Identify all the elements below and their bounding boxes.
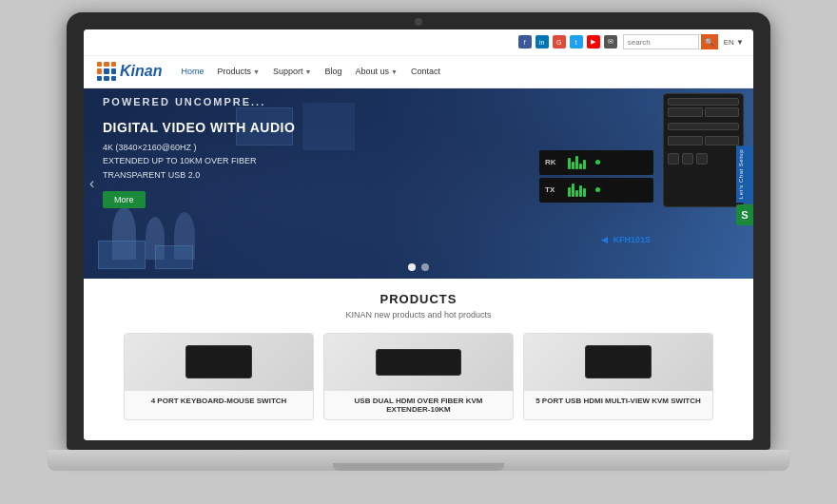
products-grid: 4 PORT KEYBOARD-MOUSE SWITCH USB Dual HD… [103,333,734,420]
hero-dot-1[interactable] [408,263,416,271]
social-icons: f in G t ▶ ✉ [518,35,617,48]
hero-content: DIGITAL VIDEO WITH AUDIO 4K (3840×2160@6… [103,115,295,209]
hero-dots [408,263,429,271]
camera [415,18,422,26]
rk-indicator [595,160,600,165]
hero-subtitle-2: EXTENDED UP TO 10KM OVER FIBER [103,154,295,167]
language-selector[interactable]: EN ▼ [724,38,744,47]
linkedin-icon[interactable]: in [535,35,549,48]
hero-overlay-text: POWERED UNCOMPRE... [103,96,265,107]
rk-label: RK [545,158,560,166]
skype-chat-button[interactable]: S [736,204,753,225]
facebook-icon[interactable]: f [518,35,532,48]
live-chat-sidebar: Let's Chat Setup S [736,145,753,225]
twitter-icon[interactable]: t [570,35,583,48]
nav-products[interactable]: Products ▼ [217,67,259,76]
product-card-2[interactable]: USB Dual HDMI over Fiber KVM Extender-10… [323,333,514,420]
tx-bars [568,184,586,197]
laptop-shell: f in G t ▶ ✉ 🔍 EN ▼ [48,12,789,493]
nav-about[interactable]: About us ▼ [355,67,397,76]
product-card-title-3: 5 Port USB HDMI Multi-View KVM Switch [524,391,712,411]
website: f in G t ▶ ✉ 🔍 EN ▼ [84,29,753,440]
product-card-1[interactable]: 4 PORT KEYBOARD-MOUSE SWITCH [124,333,314,420]
screen: f in G t ▶ ✉ 🔍 EN ▼ [84,29,753,440]
search-box: 🔍 [623,34,718,49]
large-device [663,93,744,207]
product-card-title-2: USB Dual HDMI over Fiber KVM Extender-10… [324,391,513,419]
product-card-img-2 [324,334,513,391]
port-3 [705,107,740,117]
product-label: ◄ KFH101S [599,233,651,246]
hero-section: POWERED UNCOMPRE... DIGITAL VIDEO WITH A… [84,88,753,279]
device-boxes: RK TX [539,150,653,203]
product-device-sim-3 [585,345,652,378]
search-button[interactable]: 🔍 [701,34,718,49]
nav-bar: Kinan Home Products ▼ Support ▼ Blog Abo… [84,56,753,88]
port-row-1 [668,107,739,117]
product-card-img-3 [524,334,712,391]
port-row-2 [668,136,739,145]
products-section: PRODUCTS KINAN new products and hot prod… [84,279,753,440]
products-subtitle: KINAN new products and hot products [103,310,734,320]
mail-icon[interactable]: ✉ [604,35,617,48]
port-6 [705,136,740,145]
tx-indicator [595,187,600,192]
rk-bars [568,156,586,169]
logo[interactable]: Kinan [97,62,162,81]
nav-home[interactable]: Home [181,67,204,76]
logo-icon [97,62,116,81]
nav-support[interactable]: Support ▼ [273,67,311,76]
port-2 [668,107,703,117]
hero-prev-button[interactable]: ‹ [89,175,94,192]
product-card-3[interactable]: 5 Port USB HDMI Multi-View KVM Switch [523,333,713,420]
top-bar: f in G t ▶ ✉ 🔍 EN ▼ [84,29,753,56]
device-tx: TX [539,178,653,203]
youtube-icon[interactable]: ▶ [587,35,600,48]
port-4 [668,123,739,130]
product-card-title-1: 4 PORT KEYBOARD-MOUSE SWITCH [125,391,313,411]
port-5 [668,136,703,145]
product-device-sim-2 [376,349,461,376]
product-card-img-1 [125,334,313,391]
search-input[interactable] [623,34,699,49]
hero-subtitle-3: TRANSPARENT USB 2.0 [103,168,295,182]
hero-title: DIGITAL VIDEO WITH AUDIO [103,119,295,138]
nav-contact[interactable]: Contact [411,67,440,76]
product-name-label: KFH101S [613,235,651,244]
port-1 [668,98,739,106]
googleplus-icon[interactable]: G [553,35,566,48]
nav-items: Home Products ▼ Support ▼ Blog About us … [181,67,740,76]
product-arrow-icon: ◄ [599,233,611,246]
nav-blog[interactable]: Blog [324,67,341,76]
hero-more-button[interactable]: More [103,191,146,208]
laptop-base [48,450,789,471]
hero-dot-2[interactable] [421,263,429,271]
product-device-sim-1 [185,345,252,378]
hero-subtitle-1: 4K (3840×2160@60HZ ) [103,141,295,154]
logo-text: Kinan [120,63,162,80]
screen-bezel: f in G t ▶ ✉ 🔍 EN ▼ [67,12,770,450]
live-chat-button[interactable]: Let's Chat Setup [736,145,753,203]
tx-label: TX [545,185,560,194]
device-rk: RK [539,150,653,175]
products-title: PRODUCTS [103,292,734,306]
